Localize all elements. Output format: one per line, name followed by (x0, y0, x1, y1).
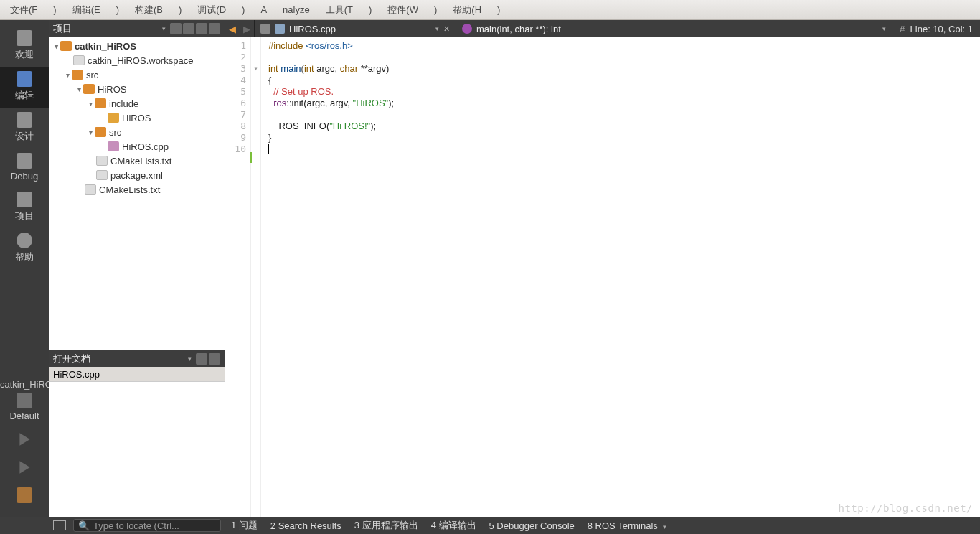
mode-bar: 欢迎 编辑 设计 Debug 项目 帮助 catkin_HiROSDefault (0, 20, 49, 517)
tree-cmake[interactable]: CMakeLists.txt (49, 154, 225, 168)
fold-column[interactable]: ▾ (251, 37, 261, 517)
folder-icon (60, 41, 72, 51)
folder-icon (95, 98, 106, 108)
search-icon: 🔍 (78, 520, 90, 531)
output-pane-tabs: 1 问题 2 Search Results 3 应用程序输出 4 编译输出 5 … (231, 519, 666, 532)
output-ros[interactable]: 8 ROS Terminals ▾ (588, 520, 666, 531)
folder-icon (95, 127, 106, 137)
toggle-sidebar-icon[interactable] (53, 520, 66, 530)
add-pane-icon[interactable] (196, 23, 207, 34)
opendocs-list[interactable]: HiROS.cpp (49, 367, 225, 517)
text-cursor (268, 144, 269, 154)
symbol-label: main(int, char **): int (476, 24, 878, 34)
open-documents: 打开文档 ▾ HiROS.cpp (49, 350, 225, 517)
locator-input[interactable]: 🔍 Type to locate (Ctrl... (73, 519, 221, 532)
chevron-down-icon[interactable]: ▾ (882, 25, 886, 32)
file-icon (73, 55, 85, 65)
output-search[interactable]: 2 Search Results (270, 520, 341, 531)
menu-widgets[interactable]: 控件(W) (387, 4, 437, 17)
add-pane-icon[interactable] (196, 353, 207, 365)
tree-cmake2[interactable]: CMakeLists.txt (49, 182, 225, 197)
tree-file-cpp[interactable]: HiROS.cpp (49, 139, 225, 154)
line-col-indicator[interactable]: # Line: 10, Col: 1 (892, 24, 980, 34)
tree-root[interactable]: ▾catkin_HiROS (49, 39, 225, 53)
close-pane-icon[interactable] (209, 23, 220, 34)
opendocs-title: 打开文档 (53, 352, 188, 365)
output-issues[interactable]: 1 问题 (231, 519, 258, 532)
tree-hiros[interactable]: ▾HiROS (49, 82, 225, 96)
function-icon (462, 24, 472, 34)
link-icon[interactable] (183, 23, 194, 34)
project-panel-title: 项目 (53, 22, 162, 35)
mode-welcome[interactable]: 欢迎 (0, 26, 49, 67)
symbol-selector[interactable]: main(int, char **): int ▾ (456, 20, 892, 37)
file-icon (96, 156, 108, 166)
menu-edit[interactable]: 编辑(E) (72, 4, 119, 17)
run-debug-button[interactable] (0, 455, 49, 483)
edit-icon (17, 71, 32, 87)
menu-debug[interactable]: 调试(D) (197, 4, 245, 17)
close-pane-icon[interactable] (209, 353, 220, 365)
hammer-icon (17, 487, 32, 503)
menu-bar: 文件(F) 编辑(E) 构建(B) 调试(D) Analyze 工具(T) 控件… (0, 0, 980, 20)
code-content[interactable]: #include <ros/ros.h> int main(int argc, … (261, 37, 980, 517)
file-tab[interactable]: HiROS.cpp ▾ ✕ (255, 20, 456, 37)
tree-src2[interactable]: ▾src (49, 125, 225, 139)
editor-tabbar: ◀ ▶ HiROS.cpp ▾ ✕ main(int, char **): in… (225, 20, 980, 37)
tree-src[interactable]: ▾src (49, 67, 225, 82)
file-icon (85, 184, 96, 195)
wrench-icon (17, 192, 32, 207)
cpp-file-icon (108, 141, 119, 151)
menu-tools[interactable]: 工具(T) (326, 4, 372, 17)
play-icon (17, 431, 32, 447)
help-icon (17, 233, 32, 248)
mode-help[interactable]: 帮助 (0, 228, 49, 269)
mode-design[interactable]: 设计 (0, 108, 49, 149)
menu-file[interactable]: 文件(F) (10, 4, 57, 17)
nav-back[interactable]: ◀ (225, 24, 240, 34)
play-debug-icon (17, 459, 32, 475)
build-button[interactable] (0, 483, 49, 511)
mode-edit[interactable]: 编辑 (0, 67, 49, 108)
output-compile[interactable]: 4 编译输出 (431, 519, 476, 532)
modified-line-marker (250, 152, 252, 163)
watermark: http://blog.csdn.net/ (838, 502, 973, 514)
opendocs-header: 打开文档 ▾ (49, 350, 225, 367)
tree-workspace[interactable]: catkin_HiROS.workspace (49, 53, 225, 67)
folder-icon (108, 113, 119, 123)
locator-placeholder: Type to locate (Ctrl... (93, 520, 179, 531)
lock-icon (260, 24, 270, 34)
output-debugger[interactable]: 5 Debugger Console (489, 520, 575, 531)
folder-icon (83, 84, 95, 94)
cpp-file-icon (275, 24, 285, 34)
code-editor[interactable]: 12345678910 ▾ #include <ros/ros.h> int m… (225, 37, 980, 517)
project-panel-header: 项目 ▾ (49, 20, 225, 37)
file-tab-label: HiROS.cpp (289, 24, 431, 34)
filter-icon[interactable] (170, 23, 182, 34)
chevron-down-icon[interactable]: ▾ (188, 355, 192, 362)
open-doc-item[interactable]: HiROS.cpp (49, 367, 225, 382)
monitor-icon (17, 393, 32, 408)
tree-include-hiros[interactable]: HiROS (49, 111, 225, 125)
chevron-down-icon[interactable]: ▾ (162, 25, 166, 32)
menu-build[interactable]: 构建(B) (135, 4, 182, 17)
file-icon (96, 170, 108, 180)
side-panel: 项目 ▾ ▾catkin_HiROS catkin_HiROS.workspac… (49, 20, 225, 517)
bug-icon (17, 153, 32, 169)
run-button[interactable] (0, 427, 49, 455)
close-icon[interactable]: ✕ (443, 24, 450, 34)
folder-icon (72, 70, 83, 80)
chevron-down-icon[interactable]: ▾ (435, 25, 439, 32)
mode-debug[interactable]: Debug (0, 149, 49, 187)
target-selector[interactable]: catkin_HiROSDefault (0, 375, 49, 427)
grid-icon (17, 30, 32, 46)
mode-project[interactable]: 项目 (0, 187, 49, 228)
menu-analyze[interactable]: Analyze (260, 4, 309, 15)
line-gutter: 12345678910 (225, 37, 251, 517)
tree-include[interactable]: ▾include (49, 96, 225, 111)
tree-package[interactable]: package.xml (49, 168, 225, 182)
project-tree[interactable]: ▾catkin_HiROS catkin_HiROS.workspace ▾sr… (49, 37, 225, 350)
output-app[interactable]: 3 应用程序输出 (354, 519, 418, 532)
nav-forward[interactable]: ▶ (240, 24, 254, 34)
menu-help[interactable]: 帮助(H) (453, 4, 500, 17)
